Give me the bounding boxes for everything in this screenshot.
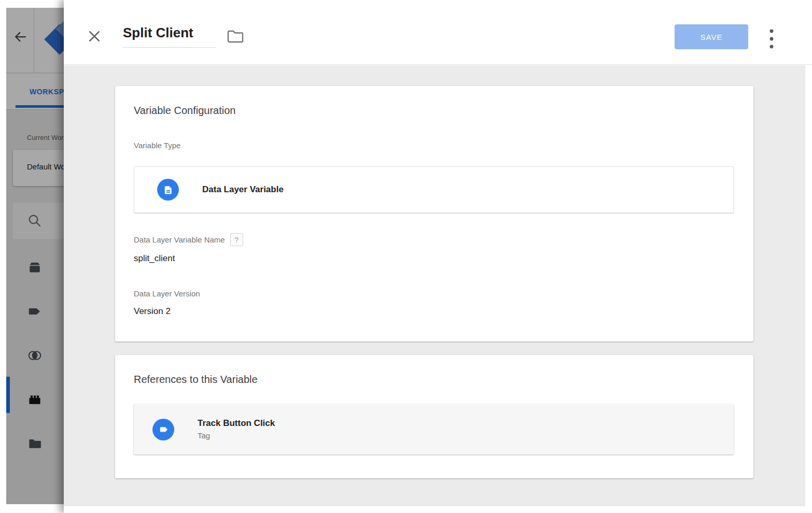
variable-configuration-card: Variable Configuration Variable Type Dat… [115, 86, 753, 341]
modal-backdrop [6, 8, 64, 504]
more-options-icon[interactable] [766, 27, 777, 51]
help-icon[interactable]: ? [230, 233, 243, 246]
editor-header: Split Client SAVE [64, 0, 812, 65]
variable-type-value: Data Layer Variable [202, 184, 284, 195]
reference-title: Track Button Click [198, 418, 275, 429]
variable-type-row[interactable]: Data Layer Variable [134, 166, 734, 213]
references-card: References to this Variable Track Button… [115, 355, 753, 478]
card-heading: Variable Configuration [134, 104, 734, 117]
save-button[interactable]: SAVE [675, 24, 748, 49]
variable-name-field[interactable]: Split Client [123, 25, 216, 48]
move-to-folder-icon[interactable] [227, 29, 244, 44]
data-layer-variable-name-value[interactable]: split_client [134, 252, 734, 265]
data-layer-version-label: Data Layer Version [134, 289, 734, 299]
data-layer-variable-icon [157, 179, 179, 201]
tag-icon [152, 419, 174, 440]
reference-subtitle: Tag [198, 431, 275, 441]
gtm-variable-editor-screen: { "workspace_page": { "tab_label": "WORK… [0, 0, 812, 513]
data-layer-variable-name-label: Data Layer Variable Name ? [134, 233, 734, 246]
data-layer-version-value[interactable]: Version 2 [134, 305, 734, 318]
close-icon[interactable] [87, 28, 102, 44]
references-heading: References to this Variable [134, 373, 734, 386]
variable-editor-panel: Split Client SAVE Variable Configuration… [64, 0, 812, 513]
background-workspace-page: WORKSPACE Current Workspace Default Work… [6, 8, 64, 504]
variable-type-label: Variable Type [134, 140, 734, 151]
editor-body: Variable Configuration Variable Type Dat… [64, 65, 805, 506]
reference-row[interactable]: Track Button Click Tag [134, 404, 734, 454]
